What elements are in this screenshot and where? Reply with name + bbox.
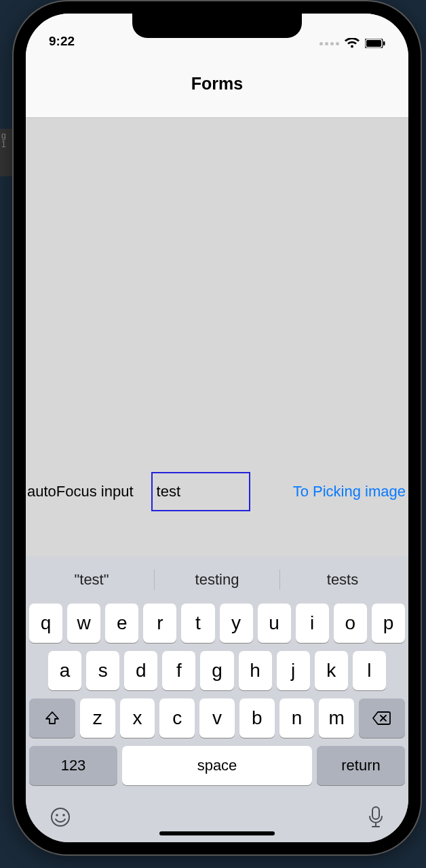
- keyboard: "test" testing tests q w e r t y u i o p…: [26, 556, 408, 842]
- page-title: Forms: [191, 74, 243, 94]
- key-q[interactable]: q: [29, 604, 62, 643]
- wifi-icon: [345, 38, 360, 49]
- key-h[interactable]: h: [239, 651, 272, 690]
- key-z[interactable]: z: [80, 698, 115, 738]
- phone-frame: 9:22 Forms autoFocus input To: [14, 1, 421, 854]
- form-row: autoFocus input To Picking image: [26, 472, 408, 511]
- key-row-1: q w e r t y u i o p: [29, 604, 405, 643]
- suggestion-2[interactable]: testing: [155, 571, 279, 589]
- key-s[interactable]: s: [86, 651, 119, 690]
- key-x[interactable]: x: [120, 698, 155, 738]
- input-label: autoFocus input: [27, 483, 134, 500]
- status-time: 9:22: [49, 34, 75, 49]
- key-k[interactable]: k: [315, 651, 348, 690]
- key-v[interactable]: v: [199, 698, 235, 738]
- keyboard-bottom-row: [29, 793, 405, 837]
- key-row-3: z x c v b n m: [29, 698, 405, 738]
- key-b[interactable]: b: [239, 698, 275, 738]
- key-o[interactable]: o: [334, 604, 367, 643]
- key-p[interactable]: p: [372, 604, 405, 643]
- key-t[interactable]: t: [181, 604, 214, 643]
- notch: [132, 14, 302, 38]
- navigation-bar: Forms: [26, 50, 408, 118]
- autofocus-input[interactable]: [151, 472, 250, 511]
- key-a[interactable]: a: [48, 651, 81, 690]
- svg-point-3: [52, 808, 69, 826]
- key-c[interactable]: c: [159, 698, 195, 738]
- delete-icon: [372, 711, 391, 726]
- key-l[interactable]: l: [353, 651, 386, 690]
- return-key[interactable]: return: [317, 746, 405, 785]
- key-row-4: 123 space return: [29, 746, 405, 785]
- mic-icon[interactable]: [367, 806, 385, 834]
- delete-key[interactable]: [359, 698, 405, 738]
- home-indicator[interactable]: [159, 831, 275, 835]
- key-i[interactable]: i: [296, 604, 329, 643]
- svg-point-5: [62, 814, 65, 816]
- key-row-2: a s d f g h j k l: [29, 651, 405, 690]
- key-e[interactable]: e: [105, 604, 138, 643]
- key-f[interactable]: f: [162, 651, 195, 690]
- shift-key[interactable]: [29, 698, 75, 738]
- svg-point-4: [56, 814, 58, 816]
- suggestion-bar: "test" testing tests: [29, 563, 405, 597]
- content-area[interactable]: autoFocus input To Picking image: [26, 118, 408, 556]
- cellular-icon: [320, 42, 339, 45]
- emoji-icon[interactable]: [50, 806, 71, 833]
- space-key[interactable]: space: [122, 746, 312, 785]
- to-picking-image-link[interactable]: To Picking image: [293, 483, 406, 500]
- suggestion-1[interactable]: "test": [29, 571, 154, 589]
- key-j[interactable]: j: [277, 651, 310, 690]
- numeric-key[interactable]: 123: [29, 746, 117, 785]
- shift-icon: [44, 710, 60, 726]
- screen: 9:22 Forms autoFocus input To: [26, 14, 408, 842]
- key-y[interactable]: y: [220, 604, 253, 643]
- status-icons: [320, 38, 385, 49]
- battery-icon: [365, 39, 385, 48]
- key-g[interactable]: g: [200, 651, 233, 690]
- key-n[interactable]: n: [279, 698, 315, 738]
- key-d[interactable]: d: [124, 651, 157, 690]
- svg-rect-2: [383, 41, 385, 45]
- suggestion-3[interactable]: tests: [280, 571, 405, 589]
- svg-rect-6: [372, 807, 379, 819]
- key-r[interactable]: r: [143, 604, 176, 643]
- key-m[interactable]: m: [319, 698, 354, 738]
- svg-rect-1: [366, 40, 381, 47]
- key-u[interactable]: u: [258, 604, 291, 643]
- key-w[interactable]: w: [67, 604, 100, 643]
